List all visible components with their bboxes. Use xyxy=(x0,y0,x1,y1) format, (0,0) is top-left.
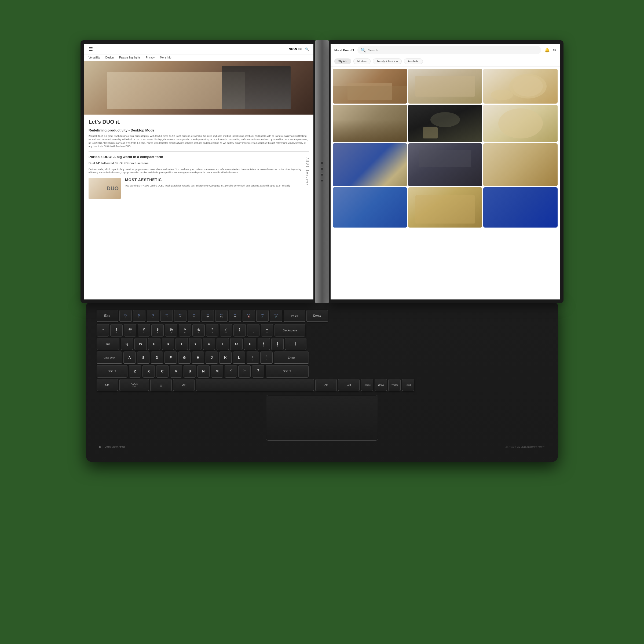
key-minus[interactable]: _- xyxy=(247,324,259,336)
mood-item-2[interactable] xyxy=(408,69,482,104)
nav-more[interactable]: More Info xyxy=(160,56,171,59)
key-slash[interactable]: ?/ xyxy=(252,365,264,378)
mood-item-8[interactable] xyxy=(408,143,482,186)
mood-item-9[interactable] xyxy=(483,143,558,186)
key-delete[interactable]: Delete xyxy=(306,310,328,322)
key-equals[interactable]: += xyxy=(261,324,273,336)
key-f7[interactable]: F7◀◀ xyxy=(202,310,214,322)
mood-board-button[interactable]: Mood Board ▾ xyxy=(334,48,354,52)
key-f11[interactable]: F11🔉 xyxy=(256,310,269,322)
mood-item-6[interactable] xyxy=(483,105,558,142)
key-f1[interactable]: F1☼- xyxy=(119,310,132,322)
key-f8[interactable]: F8▶|| xyxy=(215,310,228,322)
key-alt-left[interactable]: Alt xyxy=(173,379,195,391)
key-l[interactable]: L xyxy=(233,352,245,364)
key-f12[interactable]: F12🔊 xyxy=(270,310,282,322)
key-6[interactable]: ^6 xyxy=(179,324,191,336)
tag-aesthetic[interactable]: Aesthetic xyxy=(404,58,423,64)
key-ctrl-left[interactable]: Ctrl xyxy=(97,379,118,391)
key-semicolon[interactable]: :; xyxy=(247,352,259,364)
nav-features[interactable]: Feature highlights xyxy=(119,56,141,59)
search-input[interactable] xyxy=(368,49,538,52)
touchpad[interactable] xyxy=(266,395,378,441)
key-4[interactable]: $4 xyxy=(151,324,164,336)
key-q[interactable]: Q xyxy=(121,338,133,350)
mood-item-10[interactable] xyxy=(333,187,407,228)
key-w[interactable]: W xyxy=(134,338,147,350)
key-0[interactable]: )0 xyxy=(233,324,246,336)
mood-item-7[interactable] xyxy=(333,143,407,186)
tag-modern[interactable]: Modern xyxy=(353,58,371,64)
key-u[interactable]: U xyxy=(203,338,215,350)
key-2[interactable]: @2 xyxy=(124,324,136,336)
key-i[interactable]: I xyxy=(217,338,229,350)
key-fn[interactable]: Fn/Fn3Fn3 xyxy=(119,379,149,391)
key-f4[interactable]: F4☐ xyxy=(160,310,173,322)
key-f3[interactable]: F3⌂ xyxy=(147,310,159,322)
key-enter[interactable]: Enter xyxy=(274,352,309,364)
key-f5[interactable]: F5⟳ xyxy=(174,310,186,322)
key-f[interactable]: F xyxy=(164,352,177,364)
key-esc[interactable]: Esc xyxy=(97,310,118,322)
key-f9[interactable]: F9▶▶ xyxy=(229,310,241,322)
key-j[interactable]: J xyxy=(206,352,218,364)
key-h[interactable]: H xyxy=(192,352,204,364)
key-v[interactable]: V xyxy=(170,365,182,378)
notification-icon[interactable]: 🔔 xyxy=(544,47,550,53)
key-o[interactable]: O xyxy=(230,338,243,350)
key-prtsc[interactable]: Prt Sc xyxy=(284,310,305,322)
key-k[interactable]: K xyxy=(219,352,232,364)
key-x[interactable]: X xyxy=(142,365,155,378)
key-f10[interactable]: F10🔇 xyxy=(243,310,255,322)
key-f2[interactable]: F2☼+ xyxy=(133,310,145,322)
tag-stylish[interactable]: Stylish xyxy=(334,58,351,64)
mood-item-12[interactable] xyxy=(483,187,558,228)
key-backtick[interactable]: ~` xyxy=(97,324,109,336)
key-win[interactable]: ⊞ xyxy=(150,379,172,391)
mood-item-1[interactable] xyxy=(333,69,407,104)
key-f6[interactable]: F6✈ xyxy=(188,310,200,322)
key-t[interactable]: T xyxy=(175,338,188,350)
key-tab[interactable]: Tab xyxy=(97,338,119,350)
key-c[interactable]: C xyxy=(156,365,169,378)
key-shift-right[interactable]: Shift ⇧ xyxy=(266,365,309,378)
key-backslash[interactable]: |\ xyxy=(285,338,306,350)
key-capslock[interactable]: Caps Lock xyxy=(97,352,122,364)
key-9[interactable]: (9 xyxy=(220,324,232,336)
key-ctrl-right[interactable]: Ctrl xyxy=(338,379,360,391)
key-5[interactable]: %5 xyxy=(165,324,177,336)
search-bar[interactable]: 🔍 xyxy=(357,46,541,54)
key-7[interactable]: &7 xyxy=(192,324,205,336)
key-comma[interactable]: <, xyxy=(225,365,237,378)
nav-privacy[interactable]: Privacy xyxy=(146,56,155,59)
key-p[interactable]: P xyxy=(244,338,256,350)
key-8[interactable]: *8 xyxy=(206,324,218,336)
key-r[interactable]: R xyxy=(162,338,174,350)
key-g[interactable]: G xyxy=(178,352,191,364)
key-pgdn[interactable]: ▼PgDn xyxy=(388,379,401,391)
key-lbracket[interactable]: {[ xyxy=(258,338,270,350)
key-m[interactable]: M xyxy=(211,365,223,378)
sign-in-link[interactable]: SIGN IN xyxy=(289,47,302,51)
mail-icon[interactable]: ✉ xyxy=(552,47,556,53)
mood-item-11[interactable] xyxy=(408,187,482,228)
hamburger-icon[interactable]: ☰ xyxy=(89,46,93,52)
nav-versatility[interactable]: Versatility xyxy=(89,56,100,59)
key-1[interactable]: !1 xyxy=(110,324,123,336)
key-e[interactable]: E xyxy=(148,338,160,350)
key-d[interactable]: D xyxy=(151,352,163,364)
key-b[interactable]: B xyxy=(184,365,196,378)
key-a[interactable]: A xyxy=(123,352,136,364)
key-n[interactable]: N xyxy=(197,365,210,378)
mood-item-3[interactable] xyxy=(483,69,558,104)
key-period[interactable]: >. xyxy=(238,365,251,378)
key-backspace[interactable]: Backspace xyxy=(275,324,305,336)
mood-item-5[interactable] xyxy=(408,105,482,142)
key-3[interactable]: #3 xyxy=(138,324,150,336)
key-home[interactable]: ◄Home xyxy=(361,379,373,391)
key-pgup[interactable]: ▲PgUp xyxy=(375,379,387,391)
nav-design[interactable]: Design xyxy=(105,56,114,59)
key-s[interactable]: S xyxy=(137,352,149,364)
search-icon[interactable]: 🔍 xyxy=(305,47,309,51)
mood-item-4[interactable] xyxy=(333,105,407,142)
